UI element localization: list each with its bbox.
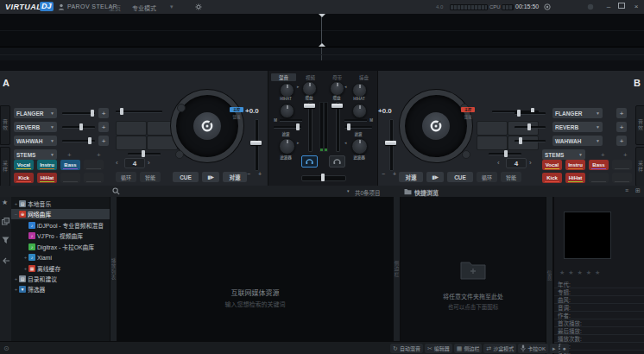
deck-b-stems-selector[interactable]: STEMS▼: [542, 149, 585, 160]
playlist-strip[interactable]: 播放列表: [110, 197, 117, 341]
file-list-panel[interactable]: 互联网媒体资源 输入您想检索的关键词: [117, 197, 393, 341]
mixer-tab-scratch[interactable]: 搓盘: [351, 73, 376, 81]
arrow-left-icon[interactable]: ◂: [344, 140, 347, 145]
deck-a-stem-empty[interactable]: [84, 173, 104, 183]
channel-2-gain-knob[interactable]: [330, 81, 344, 96]
browser-options-icon[interactable]: ⊞: [635, 187, 641, 194]
deck-a-play-button[interactable]: ▮▶: [202, 172, 219, 182]
sideview-button[interactable]: ▦侧边栏: [454, 344, 483, 353]
deck-b-fx-slider-2[interactable]: [515, 126, 546, 129]
expand-icon[interactable]: +: [13, 276, 19, 281]
karaoke-button[interactable]: 卡拉OK: [518, 344, 548, 353]
deck-a-fx-slider-1[interactable]: [62, 112, 95, 115]
deck-a-loop-half-icon[interactable]: ‹: [116, 158, 118, 168]
deck-a-key-slider[interactable]: [116, 111, 162, 113]
layout-selector[interactable]: 专业模式: [132, 3, 156, 12]
deck-a-fx-slot-2[interactable]: REVERB▼: [14, 122, 57, 132]
tree-item-digitrax[interactable]: ♪Digitrax - 卡拉OK曲库: [11, 242, 110, 252]
arrow-left-icon[interactable]: ◂: [344, 84, 347, 89]
mixer-a-mid-knob[interactable]: [280, 104, 294, 118]
deck-b-smart-loop-button[interactable]: 智能: [501, 172, 521, 182]
help-icon[interactable]: [587, 3, 594, 10]
mixer-b-filter-slider[interactable]: [344, 126, 372, 129]
deck-b-stem-instru[interactable]: Instru: [565, 160, 585, 170]
deck-b-stem-empty[interactable]: [612, 160, 632, 170]
mixer-tab-video[interactable]: 视频: [298, 73, 323, 81]
results-caret-icon[interactable]: ▾: [347, 188, 350, 193]
deck-a-stem-vocal[interactable]: Vocal: [14, 160, 34, 170]
deck-b-stems-add-icon[interactable]: +: [601, 151, 605, 159]
deck-a-fx-slider-2[interactable]: [62, 126, 95, 129]
deck-a-stem-bass[interactable]: Bass: [60, 160, 80, 170]
tree-item-idjpool[interactable]: ♪iDJPool - 专业音频和混音: [11, 220, 110, 231]
info-strip[interactable]: 信息: [546, 197, 553, 354]
deck-b-fx-slot-2[interactable]: REVERB▼: [552, 122, 603, 132]
deck-a-smart-loop-button[interactable]: 智能: [140, 172, 161, 182]
mixer-tab-mixer[interactable]: 混音: [271, 73, 296, 81]
statusbar-record-icon-button[interactable]: ●: [560, 344, 569, 353]
close-button[interactable]: ×: [631, 3, 641, 11]
waveform-display[interactable]: [0, 14, 644, 47]
expand-icon[interactable]: +: [22, 255, 28, 260]
deck-b-stem-vocal[interactable]: Vocal: [542, 160, 562, 170]
arrow-right-icon[interactable]: ▸: [297, 84, 300, 89]
tree-item-online-music[interactable]: −⊕网络曲库: [11, 209, 110, 219]
mixer-a-stem-eq-knob[interactable]: [280, 83, 294, 98]
deck-b-pitch-plus[interactable]: +: [393, 171, 396, 177]
tree-item-offline-cache[interactable]: +▦离线缓存: [11, 263, 110, 274]
deck-a-fx-slider-3[interactable]: [62, 140, 95, 142]
channel-2-volume-handle[interactable]: [331, 104, 343, 108]
deck-a-slip-button[interactable]: [177, 104, 186, 112]
deck-a-stem-empty[interactable]: [60, 173, 80, 183]
deck-a-sampler-tab[interactable]: 采样: [0, 147, 10, 186]
channel-1-volume-handle[interactable]: [304, 104, 315, 108]
expand-icon[interactable]: +: [13, 201, 19, 206]
deck-b-pad-1[interactable]: [477, 121, 508, 136]
sideview-strip[interactable]: 侧边栏: [393, 197, 401, 341]
mixer-tab-master[interactable]: 母带: [325, 73, 350, 81]
statusbar-circle-icon[interactable]: ⊙: [3, 345, 9, 352]
deck-a-loop-size[interactable]: 4: [124, 158, 145, 168]
record-icon[interactable]: [544, 3, 551, 10]
deck-b-stem-kick[interactable]: Kick: [542, 173, 562, 183]
mixer-a-filter-slider[interactable]: [274, 126, 301, 129]
deck-a-pitch-fader[interactable]: [255, 119, 259, 171]
deck-b-stem-bass[interactable]: Bass: [589, 160, 609, 170]
tree-item-folders-suggestions[interactable]: +▤目录和建议: [11, 274, 110, 284]
deck-a-loop-button[interactable]: 循环: [116, 172, 136, 182]
deck-b-fx-slot-3[interactable]: WAHWAH▼: [552, 136, 603, 146]
deck-a-pad-param-slider[interactable]: [128, 153, 161, 155]
deck-a-fx-slot-3[interactable]: WAHWAH▼: [14, 136, 57, 146]
deck-a-pitch-minus[interactable]: −: [247, 171, 250, 177]
home-button[interactable]: 主页: [109, 3, 121, 12]
expand-icon[interactable]: +: [13, 287, 19, 292]
mixer-b-stem-eq-knob[interactable]: [352, 83, 367, 98]
browser-menu-icon[interactable]: ≡: [625, 187, 628, 193]
deck-b-fx-slot-1[interactable]: FLANGER▼: [552, 108, 603, 118]
arrow-right-icon[interactable]: ▸: [297, 140, 300, 145]
mixer-a-filter-knob[interactable]: [279, 138, 295, 155]
deck-a-pitch-plus[interactable]: +: [258, 171, 262, 177]
deck-a-fx-add-3[interactable]: +: [98, 136, 109, 146]
back-arrow-icon[interactable]: [2, 257, 10, 265]
deck-b-stem-hihat[interactable]: HiHat: [565, 173, 585, 183]
filter-icon[interactable]: [2, 237, 9, 244]
statusbar-play-icon-button[interactable]: ▸: [550, 344, 559, 353]
deck-b-cue-button[interactable]: CUE: [447, 172, 473, 182]
mixer-b-filter-knob[interactable]: [351, 138, 368, 155]
deck-b-beatlock-label[interactable]: 锁速: [458, 114, 478, 119]
deck-b-pitch-minus[interactable]: −: [382, 171, 385, 177]
layout-caret-icon[interactable]: ▾: [170, 3, 174, 10]
deck-b-fx-add-3[interactable]: +: [616, 136, 627, 146]
deck-a-scratch-button[interactable]: [175, 150, 184, 159]
minimize-button[interactable]: –: [603, 3, 614, 11]
deck-b-pad-4[interactable]: [508, 136, 539, 150]
deck-a-beatlock-label[interactable]: 锁速: [226, 114, 247, 119]
maximize-button[interactable]: [616, 3, 627, 11]
tree-item-local-music[interactable]: +▤本地音乐: [11, 199, 110, 209]
deck-b-fx-tab[interactable]: 音效: [635, 105, 644, 145]
channel-2-volume-fader[interactable]: [336, 102, 340, 152]
deck-b-pad-3[interactable]: [477, 136, 508, 150]
deck-a-stems-selector[interactable]: STEMS▼: [14, 149, 57, 160]
collapse-icon[interactable]: −: [13, 212, 19, 217]
